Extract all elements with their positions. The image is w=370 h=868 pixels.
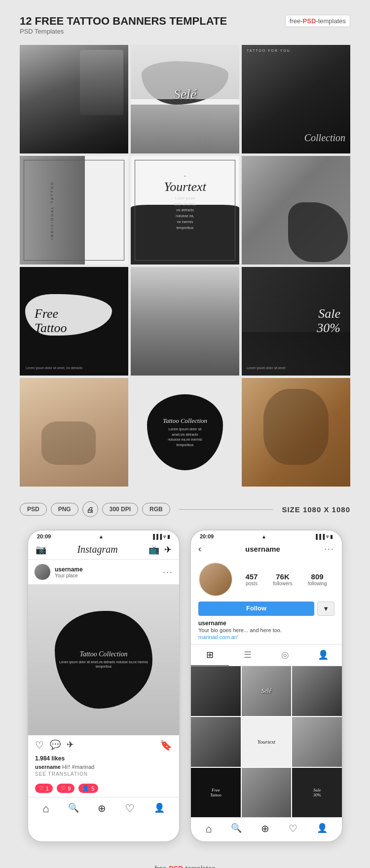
heart-notif-count: 1 — [46, 786, 49, 792]
nine-notif-count: 9 — [68, 786, 71, 792]
phone-1-bottom-nav: ⌂ 🔍 ⊕ ♡ 👤 — [28, 797, 179, 821]
page-header: 12 FREE TATTOO BANNERS TEMPLATE PSD Temp… — [20, 15, 350, 35]
heart-notification-badge: ♡ 1 — [35, 784, 53, 793]
dropdown-button[interactable]: ▼ — [317, 602, 334, 616]
phone-2-avatar — [198, 562, 233, 597]
tab-grid[interactable]: ⊞ — [191, 644, 229, 666]
feature-rgb: RGB — [142, 503, 170, 516]
profile-tab-2[interactable]: 👤 — [317, 823, 328, 835]
phone-1-blob-text: Lorem ipsum dolor sit amet,vis detracto … — [55, 660, 153, 670]
banner-5-inner: " Yourtext Lorem ipsumdolor sit amet,vis… — [131, 156, 239, 264]
followers-label: followers — [273, 581, 292, 586]
phone-2-follow-row: Follow ▼ — [191, 602, 342, 620]
wifi-icon: ▿ — [163, 534, 166, 539]
phone-1-place: Your place — [55, 573, 163, 578]
grid-cell-6 — [292, 717, 342, 767]
heart-tab-2[interactable]: ♡ — [289, 823, 297, 835]
nine-notification-badge: ♡ 9 — [57, 784, 74, 793]
phone-1-username[interactable]: username — [55, 566, 163, 573]
grid-cell-4 — [191, 717, 241, 767]
phone-1-time: 20:09 — [37, 533, 51, 539]
stat-following: 809 following — [308, 572, 327, 586]
person-notification-badge: 👤 5 — [78, 784, 98, 793]
feature-dpi: 300 DPI — [102, 503, 138, 516]
tab-reels[interactable]: 👤 — [304, 644, 342, 666]
banner-9: Sale30% Lorem ipsum dolor sit amet — [242, 267, 350, 376]
instagram-title: Instagram — [77, 544, 117, 555]
phone-2-profile-header: 457 posts 76K followers 809 following — [191, 558, 342, 602]
banner-4-inner: INDIVIDUAL TATTOO — [20, 156, 128, 264]
grid-cell-2: Selé — [242, 666, 292, 716]
phone-2-status-bar: 20:09 ▲ ▐▐▐ ▿ ▮ — [191, 530, 342, 541]
search-tab-2[interactable]: 🔍 — [231, 823, 242, 835]
phone-1-location-icon: ▲ — [99, 534, 104, 539]
grid-cell-5: Yourtext — [242, 717, 292, 767]
nine-notif-icon: ♡ — [61, 785, 66, 792]
add-tab[interactable]: ⊕ — [98, 802, 106, 815]
banner-2: Selé TODAY — [131, 45, 239, 153]
footer-brand: free-PSD-templates — [155, 865, 216, 868]
caption-username[interactable]: username — [35, 764, 61, 770]
following-label: following — [308, 581, 327, 586]
phone-1-action-left: ♡ 💬 ✈ — [35, 739, 74, 751]
phone-2-time: 20:09 — [200, 533, 214, 539]
phones-row: 20:09 ▲ ▐▐▐ ▿ ▮ 📷 Instagram 📺 ✈ — [20, 529, 350, 842]
banner-9-inner: Sale30% Lorem ipsum dolor sit amet — [242, 267, 350, 376]
phone-2-back-nav: ‹ username ··· — [191, 541, 342, 558]
phone-1-post-image: Tattoo Collection Lorem ipsum dolor sit … — [28, 584, 179, 735]
phone-2-bottom-nav: ⌂ 🔍 ⊕ ♡ 👤 — [191, 817, 342, 841]
phone-1-nav: 📷 Instagram 📺 ✈ — [28, 541, 179, 560]
heart-tab[interactable]: ♡ — [125, 802, 135, 815]
feature-psd: PSD — [20, 503, 47, 516]
posts-label: posts — [245, 581, 258, 586]
send-icon[interactable]: ✈ — [164, 544, 172, 555]
banner-grid: Selé TODAY TATTOO FOR YOU Collection IND… — [20, 45, 350, 487]
banner-6-inner — [242, 156, 350, 264]
banner-11-text: Lorem ipsum dolor sitamet,vis detractono… — [168, 427, 202, 448]
comment-icon[interactable]: 💬 — [50, 739, 61, 751]
banner-12-inner — [242, 378, 350, 487]
back-icon[interactable]: ‹ — [198, 544, 201, 554]
phone-1-status-bar: 20:09 ▲ ▐▐▐ ▿ ▮ — [28, 530, 179, 541]
phone-1-notification-bar: ♡ 1 ♡ 9 👤 5 — [28, 780, 179, 797]
bookmark-icon[interactable]: 🔖 — [160, 739, 172, 751]
phone-2-username-nav: username — [245, 545, 280, 553]
bio-link[interactable]: marinad.com.ar/ — [198, 634, 334, 640]
profile-tab[interactable]: 👤 — [154, 802, 165, 815]
grid-cell-3 — [292, 666, 342, 716]
search-tab[interactable]: 🔍 — [68, 802, 79, 815]
phone-2-location-icon: ▲ — [261, 534, 266, 539]
phone-1-status-icons: ▐▐▐ ▿ ▮ — [151, 534, 170, 539]
signal-icon: ▐▐▐ — [151, 534, 162, 539]
follow-button[interactable]: Follow — [198, 602, 314, 616]
like-icon[interactable]: ♡ — [35, 739, 44, 751]
banner-8-inner — [131, 267, 239, 376]
grid-cell-9: Sale30% — [292, 768, 342, 818]
page-wrapper: 12 FREE TATTOO BANNERS TEMPLATE PSD Temp… — [0, 0, 370, 868]
caption-text: Hi!! #marinad — [62, 764, 94, 770]
camera-nav-icon[interactable]: 📷 — [36, 544, 46, 555]
phone-2-more-icon[interactable]: ··· — [324, 544, 334, 554]
banner-5: " Yourtext Lorem ipsumdolor sit amet,vis… — [131, 156, 239, 264]
phone-1-avatar — [34, 564, 51, 580]
banner-3: TATTOO FOR YOU Collection — [242, 45, 350, 153]
home-tab-2[interactable]: ⌂ — [205, 823, 212, 835]
phone-2-grid: Selé Yourtext — [191, 666, 342, 817]
followers-count: 76K — [273, 572, 292, 581]
tab-tagged[interactable]: ◎ — [266, 644, 304, 666]
banner-10-inner — [20, 378, 128, 487]
phone-1-actions: ♡ 💬 ✈ 🔖 — [28, 735, 179, 755]
phone-1-more-icon[interactable]: ··· — [163, 567, 173, 577]
tab-list[interactable]: ☰ — [229, 644, 267, 666]
home-tab[interactable]: ⌂ — [42, 802, 49, 815]
size-label: SIZE 1080 X 1080 — [282, 505, 350, 514]
phone-1-blob-script: Tattoo Collection — [79, 650, 127, 658]
banner-8 — [131, 267, 239, 376]
header-left: 12 FREE TATTOO BANNERS TEMPLATE PSD Temp… — [20, 15, 227, 35]
bio-username: username — [198, 620, 334, 627]
share-icon[interactable]: ✈ — [67, 739, 74, 751]
add-tab-2[interactable]: ⊕ — [261, 823, 269, 835]
phone-1-see-translation[interactable]: SEE TRANSLATION — [28, 771, 179, 780]
phone-1-caption: username Hi!! #marinad — [28, 764, 179, 771]
tv-icon[interactable]: 📺 — [148, 544, 159, 555]
